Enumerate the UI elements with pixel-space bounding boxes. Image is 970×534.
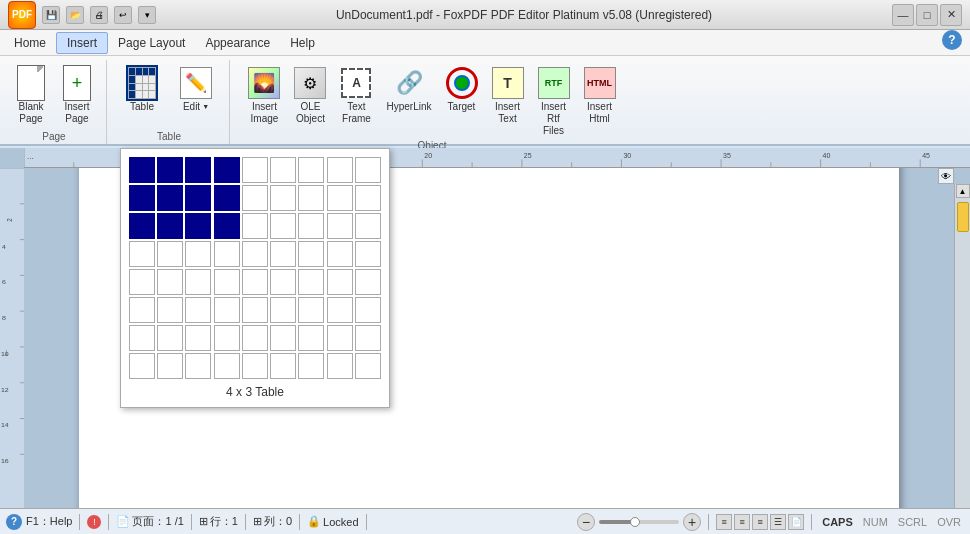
grid-cell[interactable] [355, 325, 381, 351]
menu-help[interactable]: Help [280, 33, 325, 53]
grid-cell[interactable] [157, 297, 183, 323]
grid-cell[interactable] [157, 325, 183, 351]
grid-cell[interactable] [327, 213, 353, 239]
grid-cell[interactable] [298, 269, 324, 295]
grid-cell[interactable] [298, 157, 324, 183]
insert-text-button[interactable]: T InsertText [487, 64, 529, 128]
grid-cell[interactable] [270, 213, 296, 239]
grid-cell[interactable] [355, 185, 381, 211]
grid-cell[interactable] [242, 353, 268, 379]
zoom-slider[interactable] [599, 520, 679, 524]
grid-cell[interactable] [157, 241, 183, 267]
insert-page-button[interactable]: + InsertPage [56, 64, 98, 128]
grid-cell[interactable] [298, 185, 324, 211]
grid-cell[interactable] [214, 157, 240, 183]
page-view-icon[interactable]: 📄 [788, 514, 804, 530]
grid-cell[interactable] [214, 241, 240, 267]
qa-save2-icon[interactable]: 🖨 [90, 6, 108, 24]
grid-cell[interactable] [355, 353, 381, 379]
hyperlink-button[interactable]: 🔗 HyperLink [381, 64, 436, 116]
insert-image-button[interactable]: 🌄 InsertImage [243, 64, 285, 128]
close-button[interactable]: ✕ [940, 4, 962, 26]
grid-cell[interactable] [327, 269, 353, 295]
grid-cell[interactable] [242, 269, 268, 295]
scrollbar-right[interactable]: ▲ ▼ [954, 184, 970, 508]
grid-cell[interactable] [242, 185, 268, 211]
insert-rtf-button[interactable]: RTF InsertRtfFiles [533, 64, 575, 140]
status-help-icon[interactable]: ? [6, 514, 22, 530]
menu-appearance[interactable]: Appearance [195, 33, 280, 53]
grid-cell[interactable] [355, 269, 381, 295]
grid-cell[interactable] [355, 297, 381, 323]
grid-cell[interactable] [157, 185, 183, 211]
grid-cell[interactable] [327, 297, 353, 323]
grid-cell[interactable] [214, 297, 240, 323]
grid-cell[interactable] [270, 241, 296, 267]
edit-button[interactable]: ✏️ Edit ▼ [171, 64, 221, 116]
grid-cell[interactable] [185, 157, 211, 183]
grid-cell[interactable] [327, 241, 353, 267]
qa-dropdown-icon[interactable]: ▾ [138, 6, 156, 24]
grid-cell[interactable] [298, 213, 324, 239]
grid-cell[interactable] [327, 325, 353, 351]
grid-cell[interactable] [355, 241, 381, 267]
grid-cell[interactable] [242, 157, 268, 183]
zoom-out-button[interactable]: − [577, 513, 595, 531]
menu-pagelayout[interactable]: Page Layout [108, 33, 195, 53]
align-right-icon[interactable]: ≡ [752, 514, 768, 530]
grid-cell[interactable] [327, 353, 353, 379]
help-circle-icon[interactable]: ? [942, 30, 962, 50]
grid-cell[interactable] [270, 325, 296, 351]
grid-cell[interactable] [270, 297, 296, 323]
grid-cell[interactable] [214, 185, 240, 211]
zoom-in-button[interactable]: + [683, 513, 701, 531]
grid-cell[interactable] [242, 297, 268, 323]
scroll-thumb[interactable] [957, 202, 969, 232]
grid-cell[interactable] [185, 353, 211, 379]
grid-cell[interactable] [129, 297, 155, 323]
table-button[interactable]: Table [117, 64, 167, 116]
grid-cell[interactable] [298, 241, 324, 267]
grid-cell[interactable] [270, 269, 296, 295]
grid-cell[interactable] [214, 353, 240, 379]
grid-cell[interactable] [157, 213, 183, 239]
grid-cell[interactable] [129, 185, 155, 211]
minimize-button[interactable]: — [892, 4, 914, 26]
align-center-icon[interactable]: ≡ [734, 514, 750, 530]
menu-home[interactable]: Home [4, 33, 56, 53]
grid-cell[interactable] [298, 325, 324, 351]
align-justify-icon[interactable]: ☰ [770, 514, 786, 530]
grid-cell[interactable] [129, 353, 155, 379]
blank-page-button[interactable]: BlankPage [10, 64, 52, 128]
qa-undo-icon[interactable]: ↩ [114, 6, 132, 24]
grid-cell[interactable] [157, 157, 183, 183]
grid-cell[interactable] [214, 325, 240, 351]
grid-cell[interactable] [298, 297, 324, 323]
grid-cell[interactable] [185, 297, 211, 323]
grid-cell[interactable] [355, 157, 381, 183]
grid-cell[interactable] [129, 213, 155, 239]
zoom-thumb[interactable] [630, 517, 640, 527]
grid-cell[interactable] [185, 269, 211, 295]
grid-cell[interactable] [157, 353, 183, 379]
ole-object-button[interactable]: ⚙ OLEObject [289, 64, 331, 128]
grid-cell[interactable] [327, 157, 353, 183]
grid-cell[interactable] [185, 185, 211, 211]
grid-cell[interactable] [129, 325, 155, 351]
grid-cell[interactable] [242, 325, 268, 351]
grid-cell[interactable] [270, 185, 296, 211]
grid-cell[interactable] [214, 213, 240, 239]
grid-cell[interactable] [355, 213, 381, 239]
grid-cell[interactable] [129, 157, 155, 183]
grid-cell[interactable] [185, 241, 211, 267]
view-toggle-button[interactable]: 👁 [938, 168, 954, 184]
target-button[interactable]: Target [441, 64, 483, 116]
menu-insert[interactable]: Insert [56, 32, 108, 54]
qa-open-icon[interactable]: 📂 [66, 6, 84, 24]
grid-cell[interactable] [327, 185, 353, 211]
grid-cell[interactable] [242, 241, 268, 267]
grid-cell[interactable] [270, 353, 296, 379]
align-left-icon[interactable]: ≡ [716, 514, 732, 530]
insert-html-button[interactable]: HTML InsertHtml [579, 64, 621, 128]
grid-cell[interactable] [298, 353, 324, 379]
